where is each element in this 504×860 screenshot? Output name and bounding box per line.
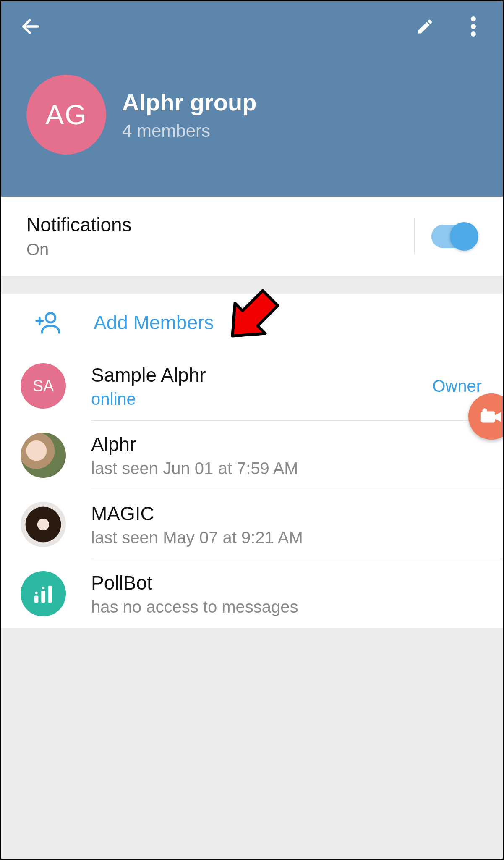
- add-person-icon: [35, 311, 60, 334]
- more-options-button[interactable]: [461, 14, 486, 39]
- notifications-title: Notifications: [26, 213, 132, 236]
- notifications-state: On: [26, 240, 132, 259]
- back-button[interactable]: [18, 14, 43, 39]
- svg-point-3: [471, 31, 476, 37]
- member-name: Alphr: [91, 433, 486, 456]
- svg-point-10: [35, 592, 38, 594]
- svg-point-13: [482, 408, 487, 413]
- svg-rect-8: [41, 591, 45, 603]
- more-vertical-icon: [471, 16, 476, 37]
- member-status: last seen May 07 at 9:21 AM: [91, 528, 486, 547]
- member-row[interactable]: SA Sample Alphr online Owner: [1, 351, 503, 420]
- member-row[interactable]: MAGIC last seen May 07 at 9:21 AM: [1, 490, 503, 559]
- member-avatar: [21, 502, 66, 547]
- member-role-badge: Owner: [432, 377, 482, 396]
- video-camera-icon: [480, 408, 503, 425]
- divider: [414, 218, 415, 254]
- member-name: Sample Alphr: [91, 364, 432, 386]
- svg-point-2: [471, 24, 476, 29]
- toolbar: [1, 1, 503, 52]
- group-title: Alphr group: [122, 89, 256, 116]
- svg-point-11: [42, 587, 44, 589]
- member-status: last seen Jun 01 at 7:59 AM: [91, 459, 486, 478]
- notifications-toggle[interactable]: [431, 225, 478, 248]
- back-arrow-icon: [20, 16, 42, 37]
- group-avatar-initials: AG: [45, 99, 87, 131]
- bar-chart-icon: [31, 582, 55, 606]
- group-info: AG Alphr group 4 members: [1, 52, 503, 155]
- notifications-card: Notifications On: [1, 197, 503, 276]
- members-section: Add Members SA Sample Alphr online Owner…: [1, 294, 503, 628]
- member-avatar-initials: SA: [33, 377, 54, 395]
- svg-point-1: [471, 16, 476, 21]
- app-frame: AG Alphr group 4 members Notifications O…: [0, 0, 504, 860]
- edit-button[interactable]: [413, 14, 438, 39]
- member-row[interactable]: Alphr last seen Jun 01 at 7:59 AM: [1, 421, 503, 490]
- member-avatar: SA: [21, 363, 66, 409]
- add-members-label: Add Members: [94, 311, 214, 334]
- add-members-button[interactable]: Add Members: [1, 294, 503, 351]
- member-avatar: [21, 433, 66, 478]
- member-name: PollBot: [91, 572, 486, 594]
- svg-rect-7: [34, 596, 38, 603]
- header: AG Alphr group 4 members: [1, 1, 503, 197]
- group-avatar[interactable]: AG: [26, 75, 106, 155]
- member-name: MAGIC: [91, 502, 486, 525]
- svg-rect-9: [48, 586, 52, 603]
- toggle-knob: [450, 222, 478, 251]
- group-subtitle: 4 members: [122, 121, 256, 141]
- member-status: has no access to messages: [91, 598, 486, 616]
- member-status: online: [91, 390, 432, 409]
- member-avatar: [21, 571, 66, 616]
- pencil-icon: [416, 17, 434, 36]
- member-row[interactable]: PollBot has no access to messages: [1, 559, 503, 628]
- svg-point-4: [46, 313, 55, 323]
- svg-rect-12: [481, 411, 495, 422]
- notifications-row[interactable]: Notifications On: [1, 197, 503, 276]
- section-gap: [1, 276, 503, 294]
